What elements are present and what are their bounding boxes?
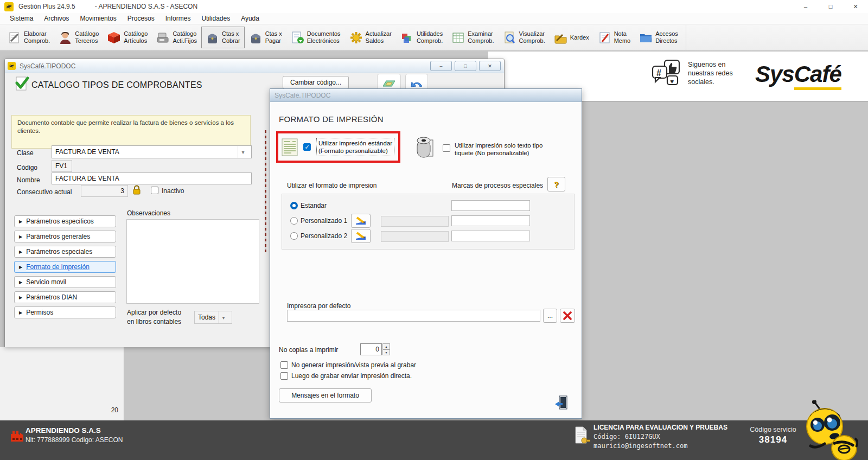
social-links[interactable]: # ♥ Siguenos en nuestras redes sociales. <box>651 58 733 88</box>
toolbar-item-utilidades-comprob[interactable]: UtilidadesComprob. <box>396 27 447 48</box>
syscafe-logo: SysCafé <box>755 61 841 87</box>
mark-input-personalizado-2[interactable] <box>451 231 530 241</box>
chevron-down-icon[interactable]: ▾ <box>238 146 248 158</box>
social-bubbles-icon: # ♥ <box>651 58 681 88</box>
toolbar-item-documentos-electronicos[interactable]: DocumentosElectrónicos <box>286 27 345 48</box>
grid-icon <box>451 31 465 44</box>
dialog-heading: FORMATO DE IMPRESIÓN <box>279 114 384 124</box>
app-close-button[interactable]: ✕ <box>843 0 868 13</box>
codigo-field[interactable]: FV1 <box>52 160 72 172</box>
compose-icon <box>8 31 21 44</box>
menu-item-sistema[interactable]: Sistema <box>4 14 39 23</box>
toolbar-item-nota-memo[interactable]: NotaMemo <box>593 27 635 48</box>
direct-print-checkbox[interactable] <box>280 372 288 380</box>
section-parametros-especiales[interactable]: ▶Parámetros especiales <box>14 246 116 258</box>
copies-input[interactable]: 0 <box>360 343 382 355</box>
format-options-group: Estandar Personalizado 1 Personalizado 2 <box>282 194 575 250</box>
chevron-down-icon[interactable]: ▾ <box>218 311 228 323</box>
toolbar-item-catalogo-articulos[interactable]: CatálogoArtículos <box>103 27 152 48</box>
toolbar-item-ctas-x-pagar[interactable]: Ctas xPagar <box>245 27 286 48</box>
window-restore-button[interactable]: □ <box>455 61 476 71</box>
spin-down-icon[interactable]: ▼ <box>382 349 390 355</box>
design-icon <box>355 232 367 241</box>
toolbar-item-ctas-x-cobrar[interactable]: Ctas xCobrar <box>201 27 245 48</box>
inactivo-label: Inactivo <box>162 187 184 195</box>
toolbar-item-actualizar-saldos[interactable]: ActualizarSaldos <box>345 27 396 48</box>
section-formato-de-impresion[interactable]: ▶Formato de impresión <box>14 261 116 273</box>
menu-item-informes[interactable]: Informes <box>160 14 196 23</box>
custom-format-2-field[interactable] <box>381 231 449 242</box>
window-close-button[interactable]: ✕ <box>479 61 501 71</box>
design-format-2-button[interactable] <box>351 229 371 243</box>
syscafe-bean-icon <box>8 62 16 70</box>
aplicar-label-line2: en libros contables <box>127 318 181 325</box>
tipodoc-window-titlebar[interactable]: SysCafé.TIPODOC – □ ✕ <box>5 59 504 73</box>
custom-format-1-field[interactable] <box>381 216 449 227</box>
exit-door-icon[interactable] <box>554 395 569 410</box>
app-maximize-button[interactable]: □ <box>818 0 843 13</box>
factory-icon <box>10 429 24 443</box>
consecutivo-field[interactable]: 3 <box>81 185 128 197</box>
radio-personalizado-1[interactable] <box>290 217 298 225</box>
no-preview-checkbox[interactable] <box>280 361 288 369</box>
section-permisos[interactable]: ▶Permisos <box>14 306 116 318</box>
clear-printer-button[interactable] <box>560 309 575 323</box>
section-servicio-movil[interactable]: ▶Servicio movil <box>14 276 116 288</box>
spin-up-icon[interactable]: ▲ <box>382 343 390 349</box>
triangle-right-icon: ▶ <box>19 234 22 239</box>
menu-bar: Sistema Archivos Movimientos Procesos In… <box>0 13 868 24</box>
toolbar-item-examinar-comprob[interactable]: ExaminarComprob. <box>447 27 498 48</box>
menu-item-movimientos[interactable]: Movimientos <box>74 14 122 23</box>
license-title: LICENCIA PARA EVALUACION Y PRUEBAS <box>593 424 727 431</box>
syscafe-bean-icon <box>4 2 14 11</box>
license-email: mauricio@ingesoftnet.com <box>593 442 727 450</box>
printer-field[interactable] <box>287 310 540 322</box>
edoc-icon <box>291 31 304 44</box>
observaciones-textarea[interactable] <box>126 219 259 304</box>
menu-item-procesos[interactable]: Procesos <box>122 14 160 23</box>
toolbar-item-elaborar-comprob[interactable]: ElaborarComprob. <box>3 27 54 48</box>
section-parametros-especificos[interactable]: ▶Parámetros especificos <box>14 215 116 227</box>
ticket-print-checkbox[interactable] <box>443 144 450 152</box>
company-name: APRENDIENDO S.A.S <box>25 426 123 435</box>
toolbar-item-kardex[interactable]: Kardex <box>550 27 593 48</box>
menu-item-ayuda[interactable]: Ayuda <box>235 14 265 23</box>
svg-text:#: # <box>656 68 661 78</box>
nombre-field[interactable]: FACTURA DE VENTA <box>52 173 252 184</box>
design-icon <box>355 216 367 226</box>
toolbar-item-visualizar-comprob[interactable]: VisualizarComprob. <box>499 27 550 48</box>
format-section-label: Utilizar el formato de impresion <box>287 182 376 189</box>
green-check-icon <box>14 76 29 91</box>
radio-personalizado-2[interactable] <box>290 232 298 240</box>
toolbar-item-catalogo-terceros[interactable]: CatálogoTerceros <box>54 27 103 48</box>
toolbar-item-catalogo-actifijos[interactable]: CatálogoActi.Fijos <box>152 27 201 48</box>
libros-select[interactable]: Todas ▾ <box>194 311 232 324</box>
toolbar-item-accesos-directos[interactable]: AccesosDirectos <box>635 27 682 48</box>
window-minimize-button[interactable]: – <box>430 61 452 71</box>
design-format-1-button[interactable] <box>351 214 371 228</box>
aplicar-label-line1: Aplicar por defecto <box>127 309 181 316</box>
change-code-button[interactable]: Cambiar código... <box>283 76 349 89</box>
menu-item-archivos[interactable]: Archivos <box>39 14 74 23</box>
svg-text:♥: ♥ <box>670 78 674 85</box>
app-titlebar[interactable]: Gestión Plus 24.9.5 - APRENDIENDO S.A.S … <box>0 0 868 14</box>
section-parametros-generales[interactable]: ▶Parámetros generales <box>14 231 116 242</box>
document-description: Documento contable que permite realizar … <box>11 115 251 149</box>
observaciones-label: Observaciones <box>127 209 170 217</box>
clase-select[interactable]: FACTURA DE VENTA ▾ <box>52 145 252 158</box>
social-text: Siguenos en nuestras redes sociales. <box>688 60 733 86</box>
help-button[interactable]: ? <box>547 177 565 191</box>
dialog-titlebar[interactable]: SysCafé.TIPODOC <box>270 89 582 102</box>
messages-button[interactable]: Mensajes en el formato <box>279 388 372 403</box>
standard-print-checkbox[interactable]: ✓ <box>303 143 311 151</box>
browse-printer-button[interactable]: ... <box>543 309 557 323</box>
radio-estandar[interactable] <box>290 202 298 209</box>
mark-input-personalizado-1[interactable] <box>451 215 530 226</box>
copies-stepper[interactable]: ▲▼ <box>382 343 390 355</box>
inactivo-checkbox[interactable] <box>151 187 158 194</box>
app-minimize-button[interactable]: – <box>793 0 818 13</box>
marks-label: Marcas de procesos especiales <box>452 182 543 189</box>
mark-input-estandar[interactable] <box>451 200 530 211</box>
section-parametros-dian[interactable]: ▶Parámetros DIAN <box>14 291 116 303</box>
menu-item-utilidades[interactable]: Utilidades <box>196 14 235 23</box>
